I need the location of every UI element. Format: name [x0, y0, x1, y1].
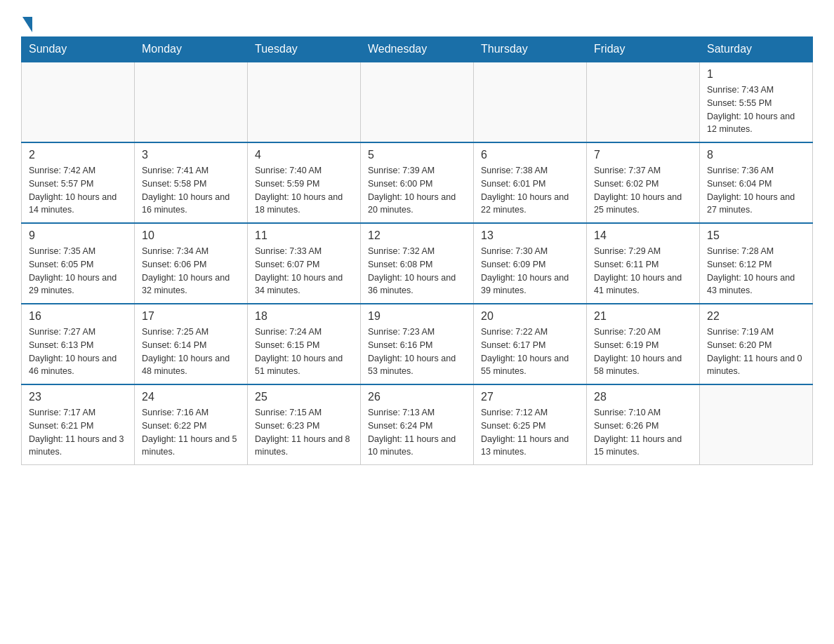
day-info: Sunrise: 7:27 AMSunset: 6:13 PMDaylight:… — [29, 326, 127, 378]
day-number: 8 — [707, 149, 805, 161]
calendar-cell: 9Sunrise: 7:35 AMSunset: 6:05 PMDaylight… — [22, 223, 135, 304]
logo — [21, 14, 32, 29]
day-info: Sunrise: 7:29 AMSunset: 6:11 PMDaylight:… — [594, 245, 692, 297]
calendar-cell — [700, 384, 813, 465]
calendar-table: SundayMondayTuesdayWednesdayThursdayFrid… — [21, 36, 813, 465]
calendar-cell: 11Sunrise: 7:33 AMSunset: 6:07 PMDayligh… — [248, 223, 361, 304]
day-info: Sunrise: 7:13 AMSunset: 6:24 PMDaylight:… — [368, 406, 466, 459]
calendar-cell: 12Sunrise: 7:32 AMSunset: 6:08 PMDayligh… — [361, 223, 474, 304]
day-number: 21 — [594, 310, 692, 323]
day-info: Sunrise: 7:20 AMSunset: 6:19 PMDaylight:… — [594, 326, 692, 378]
calendar-cell: 27Sunrise: 7:12 AMSunset: 6:25 PMDayligh… — [474, 384, 587, 465]
calendar-header-row: SundayMondayTuesdayWednesdayThursdayFrid… — [22, 37, 813, 62]
calendar-cell: 3Sunrise: 7:41 AMSunset: 5:58 PMDaylight… — [135, 142, 248, 223]
day-number: 1 — [707, 68, 805, 81]
calendar-cell — [248, 62, 361, 142]
calendar-cell: 10Sunrise: 7:34 AMSunset: 6:06 PMDayligh… — [135, 223, 248, 304]
day-number: 3 — [142, 149, 240, 161]
calendar-cell: 8Sunrise: 7:36 AMSunset: 6:04 PMDaylight… — [700, 142, 813, 223]
calendar-week-row: 9Sunrise: 7:35 AMSunset: 6:05 PMDaylight… — [22, 223, 813, 304]
calendar-cell: 5Sunrise: 7:39 AMSunset: 6:00 PMDaylight… — [361, 142, 474, 223]
day-number: 17 — [142, 310, 240, 323]
calendar-cell — [361, 62, 474, 142]
calendar-cell: 24Sunrise: 7:16 AMSunset: 6:22 PMDayligh… — [135, 384, 248, 465]
logo-arrow-icon — [22, 17, 32, 32]
day-info: Sunrise: 7:40 AMSunset: 5:59 PMDaylight:… — [255, 164, 353, 217]
calendar-week-row: 16Sunrise: 7:27 AMSunset: 6:13 PMDayligh… — [22, 304, 813, 384]
day-info: Sunrise: 7:34 AMSunset: 6:06 PMDaylight:… — [142, 245, 240, 297]
calendar-week-row: 23Sunrise: 7:17 AMSunset: 6:21 PMDayligh… — [22, 384, 813, 465]
day-number: 5 — [368, 149, 466, 161]
calendar-cell: 18Sunrise: 7:24 AMSunset: 6:15 PMDayligh… — [248, 304, 361, 384]
day-number: 2 — [29, 149, 127, 161]
calendar-cell: 20Sunrise: 7:22 AMSunset: 6:17 PMDayligh… — [474, 304, 587, 384]
calendar-header-tuesday: Tuesday — [248, 37, 361, 62]
day-number: 4 — [255, 149, 353, 161]
calendar-cell — [22, 62, 135, 142]
day-number: 9 — [29, 229, 127, 242]
day-info: Sunrise: 7:22 AMSunset: 6:17 PMDaylight:… — [481, 326, 579, 378]
day-number: 12 — [368, 229, 466, 242]
calendar-week-row: 1Sunrise: 7:43 AMSunset: 5:55 PMDaylight… — [22, 62, 813, 142]
day-info: Sunrise: 7:19 AMSunset: 6:20 PMDaylight:… — [707, 326, 805, 378]
day-info: Sunrise: 7:36 AMSunset: 6:04 PMDaylight:… — [707, 164, 805, 217]
day-info: Sunrise: 7:12 AMSunset: 6:25 PMDaylight:… — [481, 406, 579, 459]
day-number: 6 — [481, 149, 579, 161]
day-info: Sunrise: 7:15 AMSunset: 6:23 PMDaylight:… — [255, 406, 353, 459]
day-info: Sunrise: 7:25 AMSunset: 6:14 PMDaylight:… — [142, 326, 240, 378]
day-number: 24 — [142, 391, 240, 403]
day-info: Sunrise: 7:41 AMSunset: 5:58 PMDaylight:… — [142, 164, 240, 217]
calendar-cell: 26Sunrise: 7:13 AMSunset: 6:24 PMDayligh… — [361, 384, 474, 465]
day-number: 23 — [29, 391, 127, 403]
calendar-cell: 1Sunrise: 7:43 AMSunset: 5:55 PMDaylight… — [700, 62, 813, 142]
calendar-cell — [135, 62, 248, 142]
calendar-cell: 17Sunrise: 7:25 AMSunset: 6:14 PMDayligh… — [135, 304, 248, 384]
day-info: Sunrise: 7:23 AMSunset: 6:16 PMDaylight:… — [368, 326, 466, 378]
calendar-cell: 2Sunrise: 7:42 AMSunset: 5:57 PMDaylight… — [22, 142, 135, 223]
calendar-week-row: 2Sunrise: 7:42 AMSunset: 5:57 PMDaylight… — [22, 142, 813, 223]
calendar-cell: 15Sunrise: 7:28 AMSunset: 6:12 PMDayligh… — [700, 223, 813, 304]
calendar-cell: 19Sunrise: 7:23 AMSunset: 6:16 PMDayligh… — [361, 304, 474, 384]
day-info: Sunrise: 7:10 AMSunset: 6:26 PMDaylight:… — [594, 406, 692, 459]
calendar-cell: 28Sunrise: 7:10 AMSunset: 6:26 PMDayligh… — [587, 384, 700, 465]
day-number: 7 — [594, 149, 692, 161]
day-info: Sunrise: 7:43 AMSunset: 5:55 PMDaylight:… — [707, 83, 805, 136]
calendar-cell: 23Sunrise: 7:17 AMSunset: 6:21 PMDayligh… — [22, 384, 135, 465]
calendar-header-thursday: Thursday — [474, 37, 587, 62]
day-info: Sunrise: 7:24 AMSunset: 6:15 PMDaylight:… — [255, 326, 353, 378]
day-number: 11 — [255, 229, 353, 242]
day-number: 18 — [255, 310, 353, 323]
day-number: 25 — [255, 391, 353, 403]
calendar-cell: 16Sunrise: 7:27 AMSunset: 6:13 PMDayligh… — [22, 304, 135, 384]
day-info: Sunrise: 7:32 AMSunset: 6:08 PMDaylight:… — [368, 245, 466, 297]
day-info: Sunrise: 7:16 AMSunset: 6:22 PMDaylight:… — [142, 406, 240, 459]
day-info: Sunrise: 7:30 AMSunset: 6:09 PMDaylight:… — [481, 245, 579, 297]
day-info: Sunrise: 7:38 AMSunset: 6:01 PMDaylight:… — [481, 164, 579, 217]
day-number: 22 — [707, 310, 805, 323]
calendar-cell — [474, 62, 587, 142]
day-number: 26 — [368, 391, 466, 403]
day-number: 28 — [594, 391, 692, 403]
day-info: Sunrise: 7:42 AMSunset: 5:57 PMDaylight:… — [29, 164, 127, 217]
calendar-cell: 22Sunrise: 7:19 AMSunset: 6:20 PMDayligh… — [700, 304, 813, 384]
day-info: Sunrise: 7:17 AMSunset: 6:21 PMDaylight:… — [29, 406, 127, 459]
day-number: 14 — [594, 229, 692, 242]
calendar-cell: 13Sunrise: 7:30 AMSunset: 6:09 PMDayligh… — [474, 223, 587, 304]
day-number: 27 — [481, 391, 579, 403]
day-info: Sunrise: 7:28 AMSunset: 6:12 PMDaylight:… — [707, 245, 805, 297]
day-number: 15 — [707, 229, 805, 242]
calendar-header-monday: Monday — [135, 37, 248, 62]
calendar-cell: 25Sunrise: 7:15 AMSunset: 6:23 PMDayligh… — [248, 384, 361, 465]
day-number: 19 — [368, 310, 466, 323]
calendar-cell: 6Sunrise: 7:38 AMSunset: 6:01 PMDaylight… — [474, 142, 587, 223]
calendar-cell: 7Sunrise: 7:37 AMSunset: 6:02 PMDaylight… — [587, 142, 700, 223]
page-header — [21, 14, 813, 29]
day-number: 10 — [142, 229, 240, 242]
calendar-cell: 4Sunrise: 7:40 AMSunset: 5:59 PMDaylight… — [248, 142, 361, 223]
day-number: 20 — [481, 310, 579, 323]
day-info: Sunrise: 7:39 AMSunset: 6:00 PMDaylight:… — [368, 164, 466, 217]
day-info: Sunrise: 7:35 AMSunset: 6:05 PMDaylight:… — [29, 245, 127, 297]
day-number: 13 — [481, 229, 579, 242]
calendar-cell: 21Sunrise: 7:20 AMSunset: 6:19 PMDayligh… — [587, 304, 700, 384]
calendar-header-friday: Friday — [587, 37, 700, 62]
